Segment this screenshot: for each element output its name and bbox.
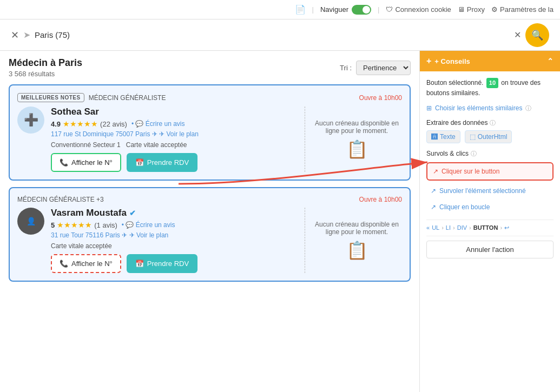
- document-icon[interactable]: 📄: [295, 4, 306, 15]
- no-slot-icon-2: 📋: [346, 240, 368, 261]
- loop-icon: ↗: [431, 203, 436, 211]
- doctor-2-actions: 📞 Afficher le N° 📅 Prendre RDV: [51, 254, 197, 273]
- info-icon-actions[interactable]: ⓘ: [471, 150, 477, 158]
- loop-action[interactable]: ↗ Cliquer en boucle: [426, 200, 554, 214]
- navigate-toggle[interactable]: Naviguer: [320, 5, 371, 15]
- navigate-icon: ➤: [23, 30, 30, 40]
- card-2-header: MÉDECIN GÉNÉRALISTE +3 Ouvre à 10h00: [17, 196, 402, 203]
- proxy-icon: 🖥: [458, 5, 465, 14]
- badge-type-2: MÉDECIN GÉNÉRALISTE +3: [17, 196, 104, 203]
- write-review-2[interactable]: • 💬 Écrire un avis: [122, 221, 175, 229]
- cookie-connection[interactable]: 🛡 Connexion cookie: [386, 5, 451, 14]
- doctor-2-body: 👤 Vasram Moustafa ✔ 5 ★★★★★ (1 avis) • 💬…: [17, 208, 197, 273]
- plus-icon: +: [426, 56, 431, 66]
- toggle-pill[interactable]: [352, 5, 371, 15]
- breadcrumb-ul[interactable]: UL: [432, 224, 439, 231]
- settings-button[interactable]: ⚙ Paramètres de la: [491, 5, 554, 14]
- outerhtml-btn[interactable]: ⬚ OuterHtml: [465, 130, 512, 143]
- phone-btn-1[interactable]: 📞 Afficher le N°: [51, 153, 121, 172]
- search-input[interactable]: [35, 30, 510, 39]
- tag-2-1: Carte vitale acceptée: [51, 242, 112, 250]
- panel-body: Bouton sélectionné. 10 on trouve des bou…: [420, 71, 560, 392]
- text-btn[interactable]: 🅰 Texte: [426, 130, 460, 143]
- extract-label: Extraire des données ⓘ: [426, 119, 554, 127]
- rating-num-2: 5: [51, 221, 55, 229]
- grid-icon: ⊞: [426, 104, 432, 112]
- availability-text-1: Aucun créneau disponible en ligne pour l…: [312, 119, 402, 135]
- text-icon: 🅰: [431, 133, 438, 141]
- gear-icon: ⚙: [491, 5, 498, 14]
- rating-num-1: 4.9: [51, 120, 61, 128]
- right-panel: + + Conseils ⌃ Bouton sélectionné. 10 on…: [419, 51, 560, 392]
- search-bar: ✕ ➤ ✕ 🔍: [0, 19, 560, 51]
- separator-1: |: [312, 5, 314, 14]
- toolbar: 📄 | Naviguer | 🛡 Connexion cookie 🖥 Prox…: [0, 0, 560, 19]
- rdv-btn-2[interactable]: 📅 Prendre RDV: [127, 254, 197, 273]
- breadcrumb-div[interactable]: DIV: [457, 224, 467, 231]
- stars-1: ★★★★★: [63, 119, 98, 128]
- close-icon[interactable]: ✕: [11, 29, 19, 41]
- doctor-1-info: Sothea Sar 4.9 ★★★★★ (22 avis) • 💬 Écrir…: [51, 107, 199, 172]
- panel-title-area: + + Conseils: [426, 56, 470, 66]
- results-header: Médecin à Paris 3 568 résultats Tri : Pe…: [9, 57, 411, 78]
- badge-type-1: MÉDECIN GÉNÉRALISTE: [89, 94, 166, 102]
- doctor-1-body: ➕ Sothea Sar 4.9 ★★★★★ (22 avis) • 💬 Écr…: [17, 107, 199, 172]
- similar-section: ⊞ Choisir les éléments similaires ⓘ: [426, 104, 554, 112]
- doctor-1-row: ➕ Sothea Sar 4.9 ★★★★★ (22 avis) • 💬 Écr…: [17, 107, 402, 172]
- verified-icon: ✔: [129, 209, 136, 217]
- clear-icon[interactable]: ✕: [514, 30, 521, 40]
- panel-info: Bouton sélectionné. 10 on trouve des bou…: [426, 78, 554, 98]
- main-content: Médecin à Paris 3 568 résultats Tri : Pe…: [0, 51, 560, 392]
- html-icon: ⬚: [470, 133, 476, 141]
- doctor-2-info: Vasram Moustafa ✔ 5 ★★★★★ (1 avis) • 💬 É…: [51, 208, 197, 273]
- results-title: Médecin à Paris: [9, 57, 82, 69]
- click-button-action[interactable]: ↗ Cliquer sur le button: [426, 162, 554, 181]
- cursor-icon: ↗: [433, 168, 438, 175]
- hover-icon: ↗: [431, 187, 436, 195]
- breadcrumb-nav: « UL › LI › DIV › BUTTON › ↩: [426, 220, 554, 236]
- results-count: 3 568 résultats: [9, 70, 82, 78]
- rdv-btn-1[interactable]: 📅 Prendre RDV: [127, 153, 197, 172]
- info-icon-extract[interactable]: ⓘ: [490, 119, 496, 127]
- similar-link[interactable]: ⊞ Choisir les éléments similaires ⓘ: [426, 104, 554, 112]
- doctor-card-1: MEILLEURES NOTES MÉDECIN GÉNÉRALISTE Ouv…: [9, 84, 411, 181]
- doctor-2-rating: 5 ★★★★★ (1 avis) • 💬 Écrire un avis: [51, 221, 197, 229]
- badge-open-1: Ouvre à 10h00: [359, 94, 402, 102]
- breadcrumb-button[interactable]: BUTTON: [473, 224, 498, 231]
- calendar-icon-2: 📅: [135, 260, 144, 268]
- doctor-2-name: Vasram Moustafa ✔: [51, 208, 197, 218]
- proxy-button[interactable]: 🖥 Proxy: [458, 5, 485, 14]
- left-panel: Médecin à Paris 3 568 résultats Tri : Pe…: [0, 51, 419, 392]
- availability-text-2: Aucun créneau disponible en ligne pour l…: [312, 221, 402, 236]
- cancel-button[interactable]: Annuler l'action: [426, 241, 554, 258]
- card-2-badges: MÉDECIN GÉNÉRALISTE +3: [17, 196, 104, 203]
- view-map-2[interactable]: ✈ Voir le plan: [129, 231, 169, 239]
- actions-label: Survols & clics ⓘ: [426, 150, 554, 158]
- no-slot-icon-1: 📋: [346, 139, 368, 160]
- phone-btn-2[interactable]: 📞 Afficher le N°: [51, 254, 121, 273]
- nav-undo[interactable]: ↩: [504, 224, 509, 231]
- address-1[interactable]: 117 rue St Dominique 75007 Paris ✈ ✈ Voi…: [51, 130, 199, 138]
- search-button[interactable]: 🔍: [525, 23, 549, 47]
- hover-action[interactable]: ↗ Survoler l'élément sélectionné: [426, 184, 554, 198]
- write-review-1[interactable]: • 💬 Écrire un avis: [131, 120, 185, 128]
- tag-1-1: Conventionné Secteur 1: [51, 141, 121, 149]
- availability-2: Aucun créneau disponible en ligne pour l…: [305, 208, 402, 273]
- panel-title: + Conseils: [434, 57, 470, 65]
- view-map-1[interactable]: ✈ Voir le plan: [159, 130, 199, 138]
- shield-icon: 🛡: [386, 5, 393, 14]
- collapse-icon[interactable]: ⌃: [547, 57, 554, 65]
- address-2[interactable]: 31 rue Tour 75116 Paris ✈ ✈ Voir le plan: [51, 231, 197, 239]
- breadcrumb-li[interactable]: LI: [446, 224, 451, 231]
- actions-section: Survols & clics ⓘ ↗ Cliquer sur le butto…: [426, 150, 554, 214]
- card-1-header: MEILLEURES NOTES MÉDECIN GÉNÉRALISTE Ouv…: [17, 93, 402, 102]
- review-count-2: (1 avis): [94, 221, 117, 229]
- info-icon-similar[interactable]: ⓘ: [525, 104, 531, 112]
- sort-select[interactable]: Pertinence Distance: [356, 61, 411, 75]
- availability-1: Aucun créneau disponible en ligne pour l…: [305, 107, 402, 172]
- panel-header: + + Conseils ⌃: [420, 51, 560, 71]
- sort-area: Tri : Pertinence Distance: [340, 61, 411, 75]
- avatar-2: 👤: [17, 208, 44, 235]
- nav-prev[interactable]: «: [426, 224, 430, 231]
- results-info: Médecin à Paris 3 568 résultats: [9, 57, 82, 78]
